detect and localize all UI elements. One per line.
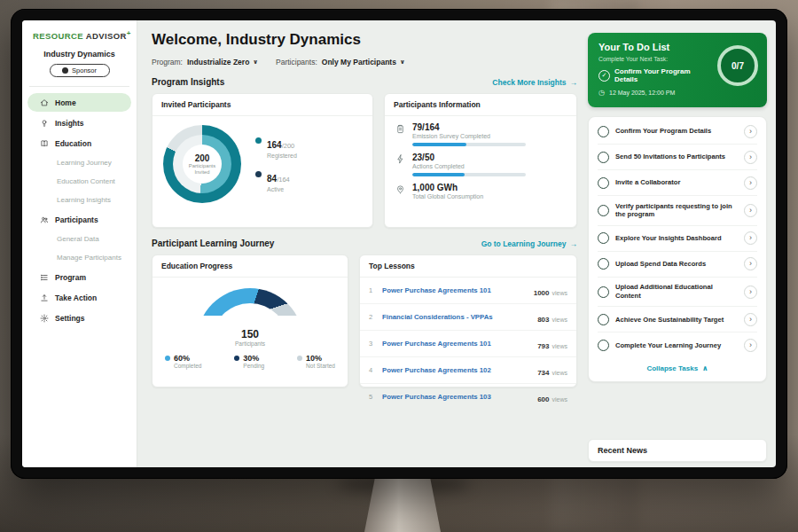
progress-bar-fill bbox=[412, 143, 466, 146]
upload-arrow-icon bbox=[40, 293, 49, 302]
task-checkbox[interactable] bbox=[598, 232, 609, 244]
task-label: Explore Your Insights Dashboard bbox=[615, 234, 738, 243]
sponsor-label: Sponsor bbox=[72, 66, 97, 74]
info-label: Total Global Consumption bbox=[412, 193, 483, 200]
program-insights-header: Program Insights Check More Insights → bbox=[152, 77, 577, 87]
task-row-explore-insights[interactable]: Explore Your Insights Dashboard › bbox=[598, 226, 757, 252]
monitor: RESOURCE ADVISOR+ Industry Dynamics Spon… bbox=[11, 9, 787, 479]
task-row-send-invitations[interactable]: Send 50 Invitations to Participants › bbox=[598, 145, 757, 170]
task-row-upload-educational-content[interactable]: Upload Additional Educational Content › bbox=[598, 278, 757, 308]
sidebar-divider bbox=[29, 86, 129, 87]
learning-journey-header: Participant Learning Journey Go to Learn… bbox=[152, 239, 577, 248]
participants-select[interactable]: Only My Participants ∨ bbox=[322, 58, 405, 66]
sidebar-item-settings[interactable]: Settings bbox=[27, 309, 131, 327]
sidebar-item-program[interactable]: Program bbox=[27, 268, 131, 286]
invited-participants-card: Invited Participants 200 Participants In… bbox=[152, 93, 373, 228]
lesson-views-suffix: views bbox=[552, 317, 567, 323]
lesson-rank: 4 bbox=[369, 366, 376, 374]
sidebar-item-label: Insights bbox=[55, 119, 84, 128]
task-checkbox[interactable] bbox=[598, 314, 609, 325]
logo-plus: + bbox=[127, 29, 131, 37]
card-title: Participants Information bbox=[385, 94, 576, 116]
clock-icon: ◷ bbox=[598, 89, 605, 97]
task-checkbox[interactable] bbox=[598, 152, 609, 163]
legend-value: 84 bbox=[267, 174, 277, 184]
lesson-rank: 3 bbox=[369, 340, 376, 348]
task-checkbox[interactable] bbox=[598, 205, 609, 216]
arrow-right-icon: → bbox=[570, 239, 578, 248]
sidebar: RESOURCE ADVISOR+ Industry Dynamics Spon… bbox=[22, 20, 137, 467]
clipboard-icon bbox=[395, 124, 405, 146]
lesson-link[interactable]: Financial Considerations - VPPAs bbox=[382, 313, 531, 321]
invited-card-body: 200 Participants Invited 164/200 Registe… bbox=[153, 116, 372, 212]
sidebar-item-general-data[interactable]: General Data bbox=[27, 231, 131, 247]
lesson-rank: 2 bbox=[369, 313, 376, 321]
task-label: Upload Spend Data Records bbox=[615, 260, 738, 269]
sponsor-badge[interactable]: Sponsor bbox=[50, 64, 110, 77]
recent-news-title: Recent News bbox=[598, 446, 647, 455]
go-to-learning-journey-link[interactable]: Go to Learning Journey → bbox=[481, 239, 577, 248]
program-select[interactable]: Industrialize Zero ∨ bbox=[187, 58, 258, 66]
main-content: Welcome, Industry Dynamics Program: Indu… bbox=[137, 20, 588, 467]
lesson-link[interactable]: Power Purchase Agreements 101 bbox=[382, 340, 531, 348]
sidebar-item-learning-journey[interactable]: Learning Journey bbox=[27, 154, 131, 171]
task-label: Achieve One Sustainability Target bbox=[615, 316, 738, 325]
chevron-right-icon: › bbox=[744, 313, 757, 326]
sidebar-item-insights[interactable]: Insights bbox=[27, 113, 131, 132]
sidebar-item-manage-participants[interactable]: Manage Participants bbox=[27, 249, 131, 266]
task-row-invite-collaborator[interactable]: Invite a Collaborator › bbox=[598, 170, 757, 196]
progress-bar bbox=[412, 143, 526, 146]
program-filter-label: Program: bbox=[152, 58, 183, 66]
task-row-confirm-program[interactable]: Confirm Your Program Details › bbox=[598, 119, 757, 145]
monitor-stand bbox=[364, 477, 441, 532]
sidebar-item-take-action[interactable]: Take Action bbox=[27, 288, 131, 307]
legend-label: Pending bbox=[243, 363, 264, 369]
task-checkbox[interactable] bbox=[598, 340, 609, 351]
sidebar-item-learning-insights[interactable]: Learning Insights bbox=[27, 192, 131, 208]
sidebar-item-label: Manage Participants bbox=[57, 254, 121, 262]
sidebar-item-label: General Data bbox=[57, 235, 99, 243]
sidebar-item-label: Home bbox=[55, 98, 76, 107]
task-row-achieve-sustainability-target[interactable]: Achieve One Sustainability Target › bbox=[598, 307, 757, 332]
chevron-right-icon: › bbox=[744, 286, 757, 299]
sidebar-item-education[interactable]: Education bbox=[27, 134, 131, 153]
info-label: Emission Survey Completed bbox=[412, 133, 526, 139]
lesson-views: 1000 bbox=[534, 289, 550, 297]
task-label: Complete Your Learning Journey bbox=[615, 341, 738, 350]
collapse-tasks-button[interactable]: Collapse Tasks ∧ bbox=[598, 357, 757, 378]
task-checkbox[interactable] bbox=[598, 258, 609, 270]
link-label: Go to Learning Journey bbox=[481, 239, 567, 248]
sidebar-item-home[interactable]: Home bbox=[27, 93, 131, 112]
lesson-row: 4 Power Purchase Agreements 102 734views bbox=[360, 357, 576, 384]
lesson-views: 803 bbox=[537, 316, 549, 324]
legend-dot bbox=[234, 356, 239, 361]
page-title: Welcome, Industry Dynamics bbox=[152, 31, 577, 49]
sidebar-item-participants[interactable]: Participants bbox=[27, 210, 131, 229]
task-checkbox[interactable] bbox=[598, 177, 609, 189]
task-row-complete-learning-journey[interactable]: Complete Your Learning Journey › bbox=[598, 332, 757, 357]
lesson-link[interactable]: Power Purchase Agreements 103 bbox=[382, 393, 531, 401]
lesson-views-suffix: views bbox=[552, 290, 567, 296]
info-value: 1,000 GWh bbox=[412, 183, 483, 192]
todo-progress-value: 0/7 bbox=[732, 61, 744, 71]
task-checkbox[interactable] bbox=[598, 286, 609, 298]
check-more-insights-link[interactable]: Check More Insights → bbox=[492, 78, 577, 87]
sidebar-item-education-content[interactable]: Education Content bbox=[27, 173, 131, 190]
task-checkbox[interactable] bbox=[598, 126, 609, 137]
lesson-link[interactable]: Power Purchase Agreements 101 bbox=[382, 286, 528, 294]
lightbulb-icon bbox=[40, 119, 49, 128]
info-value: 23/50 bbox=[412, 153, 526, 162]
logo-text-advisor: ADVISOR bbox=[86, 31, 127, 41]
task-label: Confirm Your Program Details bbox=[615, 127, 738, 136]
legend-item-not-started: 10% Not Started bbox=[297, 354, 335, 369]
legend-label: Active bbox=[267, 186, 290, 192]
todo-next-task[interactable]: ✓ Confirm Your Program Details bbox=[598, 67, 714, 83]
task-row-verify-participants[interactable]: Verify participants requesting to join t… bbox=[598, 196, 757, 226]
task-row-upload-spend-data[interactable]: Upload Spend Data Records › bbox=[598, 252, 757, 278]
chevron-right-icon: › bbox=[744, 231, 757, 245]
participants-select-value: Only My Participants bbox=[322, 58, 396, 66]
sidebar-item-label: Learning Journey bbox=[57, 159, 112, 167]
gauge-center-value: 150 bbox=[197, 328, 303, 340]
lesson-link[interactable]: Power Purchase Agreements 102 bbox=[382, 366, 531, 374]
donut-center-label: Participants Invited bbox=[187, 163, 217, 176]
